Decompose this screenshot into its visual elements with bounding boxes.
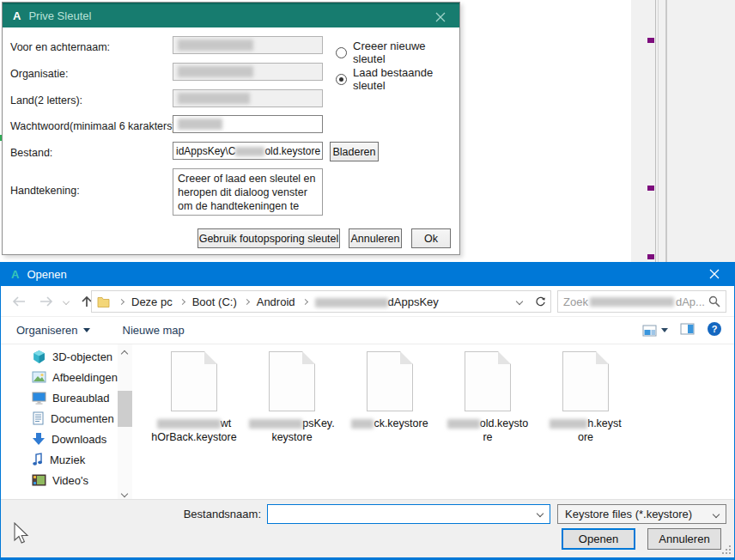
signature-line: om de handtekeningen te — [178, 199, 318, 213]
scrollbar-marker — [647, 254, 654, 259]
file-icon — [269, 351, 315, 411]
resize-grip[interactable] — [722, 545, 732, 555]
password-label: Wachtwoord(minimaal 6 karakters); — [10, 120, 179, 132]
address-dropdown-chevron-icon[interactable] — [516, 298, 523, 305]
radio-circle-checked[interactable] — [336, 74, 347, 85]
breadcrumb-separator-icon — [179, 298, 185, 304]
background-divider — [658, 0, 659, 262]
sidebar-item-music[interactable]: Muziek — [1, 449, 118, 470]
navigation-bar: Deze pc Boot (C:) Android dAppsKey Zoek … — [1, 286, 734, 317]
browse-button[interactable]: Bladeren — [330, 142, 379, 161]
open-button[interactable]: Openen — [562, 528, 635, 550]
back-icon[interactable] — [11, 295, 27, 307]
forward-icon[interactable] — [39, 295, 54, 307]
signature-line: zien — [178, 213, 318, 216]
file-item[interactable]: psKey. keystore — [244, 351, 340, 444]
screen: A Prive Sleutel Voor en achternaam: Cree… — [0, 0, 735, 560]
close-icon[interactable] — [432, 9, 449, 26]
file-name: h.keyst ore — [538, 417, 634, 444]
breadcrumb-boot-c[interactable]: Boot (C:) — [191, 295, 239, 308]
filter-value: Keystore files (*.keystore) — [565, 508, 692, 520]
private-key-titlebar[interactable]: A Prive Sleutel — [3, 3, 459, 27]
file-path-field[interactable]: idAppsKey\Cold.keystore — [173, 142, 323, 160]
breadcrumb-deze-pc[interactable]: Deze pc — [130, 295, 174, 308]
view-dropdown-caret-icon — [661, 328, 668, 332]
cancel-button[interactable]: Annuleren — [647, 528, 721, 550]
command-toolbar: Organiseren Nieuwe map — [1, 317, 734, 344]
breadcrumb-current-folder[interactable]: dAppsKey — [313, 295, 440, 308]
filter-dropdown-chevron-icon — [713, 511, 720, 518]
signature-textarea[interactable]: Creeer of laad een sleutel en heropen di… — [173, 168, 323, 216]
help-button[interactable]: ? — [707, 321, 722, 339]
recent-locations-chevron-icon[interactable] — [63, 298, 70, 305]
breadcrumb-android[interactable]: Android — [255, 295, 297, 308]
redacted-value — [447, 419, 480, 429]
name-label: Voor en achternaam: — [10, 41, 110, 53]
refresh-button[interactable] — [530, 290, 551, 313]
signature-line: Creeer of laad een sleutel en — [178, 172, 318, 186]
sidebar-item-desktop[interactable]: Bureaublad — [1, 387, 118, 408]
sidebar-item-videos[interactable]: Video's — [1, 470, 118, 490]
radio-load-existing[interactable]: Laad bestaande sleutel — [336, 66, 459, 92]
video-film-icon — [32, 474, 46, 486]
redacted-value — [235, 147, 264, 156]
country-label: Land(2 letters): — [10, 94, 82, 107]
redacted-value — [315, 298, 388, 307]
country-field[interactable] — [173, 89, 323, 107]
documents-icon — [32, 411, 45, 425]
change-view-button[interactable] — [642, 325, 668, 337]
ok-button[interactable]: Ok — [411, 228, 451, 248]
file-item[interactable]: ck.keystore — [342, 351, 438, 430]
sidebar-item-pictures[interactable]: Afbeeldingen — [1, 367, 118, 387]
file-item[interactable]: old.keysto re — [440, 351, 536, 444]
folder-icon — [97, 296, 110, 307]
file-name: ck.keystore — [342, 417, 438, 430]
pictures-icon — [32, 371, 46, 383]
redacted-value — [351, 419, 374, 429]
redacted-value — [178, 66, 253, 77]
filename-dropdown-chevron-icon[interactable] — [537, 510, 544, 517]
organize-menu-button[interactable]: Organiseren — [16, 324, 90, 337]
password-field[interactable] — [173, 115, 323, 133]
sidebar-item-3d-objects[interactable]: 3D-objecten — [1, 346, 118, 367]
filename-input[interactable] — [270, 506, 528, 522]
open-dialog-titlebar[interactable]: A Openen — [1, 262, 734, 286]
search-text-prefix: Zoek — [563, 295, 588, 308]
file-item[interactable]: wt hOrBack.keystore — [146, 351, 242, 444]
scroll-up-icon[interactable] — [121, 350, 128, 357]
breadcrumb-separator-icon — [244, 298, 250, 304]
radio-circle-unchecked[interactable] — [336, 47, 347, 58]
file-name: psKey. keystore — [244, 417, 340, 444]
sidebar-item-downloads[interactable]: Downloads — [1, 429, 118, 449]
app-icon: A — [11, 268, 19, 281]
file-type-filter[interactable]: Keystore files (*.keystore) — [557, 504, 726, 524]
radio-create-new[interactable]: Creeer nieuwe sleutel — [336, 40, 459, 65]
new-folder-button[interactable]: Nieuwe map — [123, 324, 185, 337]
file-item[interactable]: h.keyst ore — [538, 351, 634, 444]
scroll-down-icon[interactable] — [121, 490, 128, 497]
dialog-title: Prive Sleutel — [28, 9, 91, 22]
cancel-button[interactable]: Annuleren — [349, 228, 402, 248]
name-field[interactable] — [173, 36, 323, 54]
desktop-icon — [32, 392, 46, 405]
address-bar[interactable]: Deze pc Boot (C:) Android dAppsKey — [91, 290, 531, 313]
redacted-value — [178, 40, 253, 51]
sidebar-item-documents[interactable]: Documenten — [1, 408, 118, 429]
debug-key-button[interactable]: Gebruik foutopsporing sleutel — [197, 228, 340, 248]
3d-cube-icon — [32, 350, 46, 364]
sidebar-scrollbar[interactable] — [118, 344, 132, 503]
preview-pane-button[interactable] — [680, 323, 695, 338]
redacted-value — [249, 419, 302, 429]
search-text-suffix: dAp... — [676, 295, 705, 308]
filename-combobox[interactable] — [267, 504, 550, 524]
organisation-field[interactable] — [173, 63, 323, 81]
close-icon[interactable] — [706, 265, 723, 283]
scrollbar-thumb[interactable] — [118, 391, 132, 427]
signature-label: Handtekening: — [10, 185, 80, 197]
dialog-title: Openen — [27, 268, 66, 281]
dialog-footer: Bestandsnaam: Keystore files (*.keystore… — [1, 499, 734, 557]
mouse-cursor — [12, 522, 29, 546]
search-input[interactable]: Zoek dAp... — [557, 290, 726, 313]
app-icon: A — [13, 9, 21, 22]
file-name: wt hOrBack.keystore — [146, 417, 242, 444]
